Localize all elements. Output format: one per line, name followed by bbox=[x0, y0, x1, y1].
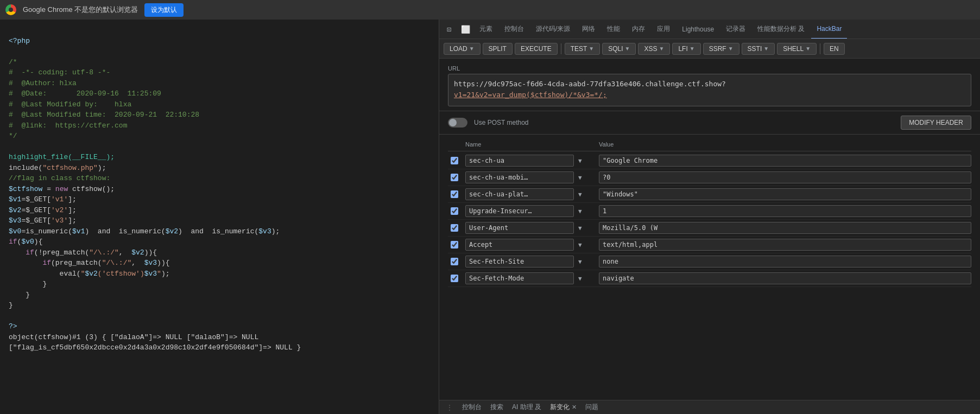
header-checkbox-1[interactable] bbox=[451, 174, 458, 181]
header-checkbox-5[interactable] bbox=[451, 241, 458, 249]
status-new-changes[interactable]: 新变化 ✕ bbox=[550, 403, 577, 412]
flag-comment: //flag in class ctfshow: bbox=[9, 174, 110, 182]
header-checkbox-2[interactable] bbox=[451, 190, 458, 198]
header-checkbox-7[interactable] bbox=[451, 275, 458, 282]
url-area: URL https://9dc975ac-f6d6-4cda-aabd-77df… bbox=[439, 59, 980, 111]
header-dropdown-7[interactable]: ▼ bbox=[578, 275, 595, 282]
execute-button[interactable]: EXECUTE bbox=[515, 43, 558, 55]
divider-2 bbox=[820, 43, 820, 54]
tab-sources[interactable]: 源代码/来源 bbox=[530, 20, 576, 39]
include-line: include("ctfshow.php"); bbox=[9, 164, 106, 172]
test-button[interactable]: TEST ▼ bbox=[565, 43, 600, 55]
chrome-logo-icon bbox=[5, 4, 16, 15]
url-box[interactable]: https://9dc975ac-f6d6-4cda-aabd-77dfa316… bbox=[448, 74, 971, 106]
header-name-0[interactable] bbox=[465, 155, 574, 167]
header-checkbox-3[interactable] bbox=[451, 207, 458, 215]
headers-area: Name Value ▼ ▼ ▼ bbox=[439, 135, 980, 400]
status-console[interactable]: 控制台 bbox=[462, 403, 482, 412]
header-value-2[interactable] bbox=[599, 188, 971, 200]
php-open-tag: <?php bbox=[9, 37, 30, 45]
header-checkbox-6[interactable] bbox=[451, 258, 458, 265]
ctfshow-var: $ctfshow bbox=[9, 185, 42, 193]
set-default-button[interactable]: 设为默认 bbox=[144, 3, 184, 17]
post-method-toggle[interactable] bbox=[448, 118, 467, 128]
header-row-user-agent: ▼ bbox=[448, 220, 971, 237]
header-name-5[interactable] bbox=[465, 239, 574, 251]
status-bar: ⋮ 控制台 搜索 AI 助理 及 新变化 ✕ 问题 bbox=[439, 400, 980, 414]
url-text-line2: v1=21&v2=var_dump($ctfshow)/*&v3=*/; bbox=[454, 91, 607, 99]
header-row-upgrade-insecure: ▼ bbox=[448, 203, 971, 220]
header-name-1[interactable] bbox=[465, 171, 574, 183]
php-close-tag: ?> bbox=[9, 322, 17, 330]
new-changes-close-icon[interactable]: ✕ bbox=[572, 404, 577, 411]
header-value-1[interactable] bbox=[599, 171, 971, 183]
value-col-header: Value bbox=[599, 141, 971, 148]
devtools-cursor-icon[interactable]: ⊡ bbox=[441, 22, 457, 37]
header-name-6[interactable] bbox=[465, 256, 574, 267]
header-dropdown-3[interactable]: ▼ bbox=[578, 208, 595, 215]
header-dropdown-1[interactable]: ▼ bbox=[578, 174, 595, 181]
tab-perf-insights[interactable]: 性能数据分析 及 bbox=[752, 20, 810, 39]
header-value-7[interactable] bbox=[599, 272, 971, 284]
split-button[interactable]: SPLIT bbox=[483, 43, 513, 55]
devtools-toolbar: ⊡ ⬜ 元素 控制台 源代码/来源 网络 性能 内存 应用 Lighthouse… bbox=[439, 20, 980, 39]
ssti-button[interactable]: SSTI ▼ bbox=[742, 43, 775, 55]
status-ai[interactable]: AI 助理 及 bbox=[512, 403, 541, 412]
header-value-5[interactable] bbox=[599, 239, 971, 251]
status-dot-icon: ⋮ bbox=[446, 403, 453, 412]
lfi-button[interactable]: LFI ▼ bbox=[672, 43, 700, 55]
url-text-line1: https://9dc975ac-f6d6-4cda-aabd-77dfa316… bbox=[454, 80, 726, 88]
code-panel: <?php /* # -*- coding: utf-8 -*- # @Auth… bbox=[0, 20, 439, 414]
header-row-sec-fetch-mode: ▼ bbox=[448, 270, 971, 287]
header-value-6[interactable] bbox=[599, 256, 971, 267]
status-issues[interactable]: 问题 bbox=[585, 403, 598, 412]
modify-header-button[interactable]: MODIFY HEADER bbox=[901, 116, 971, 130]
header-value-4[interactable] bbox=[599, 222, 971, 234]
devtools-inspect-icon[interactable]: ⬜ bbox=[458, 22, 473, 37]
header-column-labels: Name Value bbox=[448, 139, 971, 151]
sqli-button[interactable]: SQLI ▼ bbox=[602, 43, 636, 55]
divider-1 bbox=[561, 43, 561, 54]
header-dropdown-0[interactable]: ▼ bbox=[578, 157, 595, 164]
highlight-file-line: highlight_file(__FILE__); bbox=[9, 153, 115, 161]
tab-elements[interactable]: 元素 bbox=[474, 20, 498, 39]
output-line1: object(ctfshow)#1 (3) { ["dalaoA"]=> NUL… bbox=[9, 333, 258, 341]
header-checkbox-0[interactable] bbox=[451, 157, 458, 164]
shell-button[interactable]: SHELL ▼ bbox=[777, 43, 817, 55]
tab-network[interactable]: 网络 bbox=[577, 20, 600, 39]
load-button[interactable]: LOAD ▼ bbox=[444, 43, 480, 55]
header-dropdown-2[interactable]: ▼ bbox=[578, 191, 595, 198]
tab-application[interactable]: 应用 bbox=[652, 20, 675, 39]
header-checkbox-4[interactable] bbox=[451, 224, 458, 232]
output-flag-line: ["flag_is_cf5dbf650x2dbcce0x2d4a3a0x2d98… bbox=[9, 343, 301, 352]
tab-lighthouse[interactable]: Lighthouse bbox=[676, 20, 719, 39]
browser-bar: Google Chrome 不是您的默认浏览器 设为默认 bbox=[0, 0, 980, 20]
header-row-sec-fetch-site: ▼ bbox=[448, 253, 971, 270]
header-name-2[interactable] bbox=[465, 188, 574, 200]
tab-hackbar[interactable]: HackBar bbox=[811, 20, 847, 39]
en-button[interactable]: EN bbox=[824, 43, 845, 55]
post-method-label: Use POST method bbox=[474, 119, 529, 126]
header-name-7[interactable] bbox=[465, 272, 574, 284]
header-row-sec-ch-ua: ▼ bbox=[448, 152, 971, 169]
comment-block: /* # -*- coding: utf-8 -*- # @Author: hl… bbox=[9, 58, 199, 141]
header-row-sec-ch-ua-plat: ▼ bbox=[448, 186, 971, 203]
tab-memory[interactable]: 内存 bbox=[627, 20, 650, 39]
tab-console[interactable]: 控制台 bbox=[499, 20, 529, 39]
status-search[interactable]: 搜索 bbox=[490, 403, 503, 412]
code-content: <?php /* # -*- coding: utf-8 -*- # @Auth… bbox=[9, 25, 430, 364]
header-dropdown-4[interactable]: ▼ bbox=[578, 225, 595, 232]
header-name-4[interactable] bbox=[465, 222, 574, 234]
url-label: URL bbox=[448, 65, 971, 72]
ssrf-button[interactable]: SSRF ▼ bbox=[703, 43, 739, 55]
header-value-3[interactable] bbox=[599, 205, 971, 217]
header-value-0[interactable] bbox=[599, 155, 971, 167]
tab-recorder[interactable]: 记录器 bbox=[720, 20, 751, 39]
header-dropdown-6[interactable]: ▼ bbox=[578, 258, 595, 265]
browser-warning-text: Google Chrome 不是您的默认浏览器 bbox=[23, 5, 138, 15]
tab-performance[interactable]: 性能 bbox=[602, 20, 625, 39]
header-dropdown-5[interactable]: ▼ bbox=[578, 241, 595, 249]
xss-button[interactable]: XSS ▼ bbox=[638, 43, 670, 55]
header-name-3[interactable] bbox=[465, 205, 574, 217]
main-area: <?php /* # -*- coding: utf-8 -*- # @Auth… bbox=[0, 20, 980, 414]
